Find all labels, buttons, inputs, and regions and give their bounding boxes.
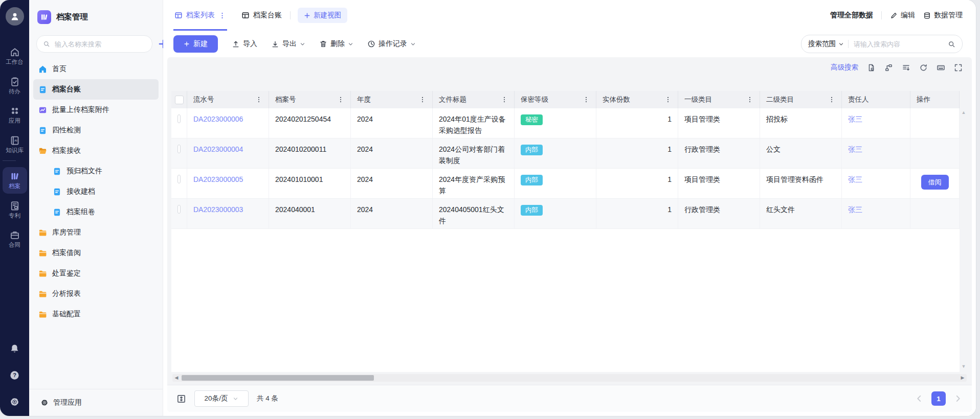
column-menu-icon[interactable] <box>746 96 753 103</box>
sidebar-item-档案台账[interactable]: 档案台账 <box>33 79 159 100</box>
sidebar-item-label: 档案借阅 <box>52 248 81 258</box>
expand-icon[interactable] <box>954 63 963 72</box>
rail-item-工作台[interactable]: 工作台 <box>3 43 27 69</box>
sidebar-item-批量上传档案附件[interactable]: 批量上传档案附件 <box>33 100 159 120</box>
sidebar-search-input[interactable] <box>54 40 146 49</box>
tab-archive-ledger[interactable]: 档案台账 <box>240 0 283 31</box>
import-button[interactable]: 导入 <box>232 39 257 49</box>
owner-link[interactable]: 张三 <box>848 205 862 214</box>
sidebar-item-四性检测[interactable]: 四性检测 <box>33 120 159 141</box>
serial-link[interactable]: DA2023000005 <box>193 175 243 183</box>
column-header-流水号[interactable]: 流水号 <box>187 91 269 108</box>
column-header-责任人[interactable]: 责任人 <box>842 91 910 108</box>
owner-link[interactable]: 张三 <box>848 175 862 183</box>
column-menu-icon[interactable] <box>337 96 344 103</box>
archive-icon <box>10 171 20 181</box>
column-header-年度[interactable]: 年度 <box>351 91 433 108</box>
avatar[interactable] <box>6 7 24 26</box>
sidebar-item-档案组卷[interactable]: 档案组卷 <box>33 202 159 222</box>
column-menu-icon[interactable] <box>501 96 508 103</box>
header-checkbox-cell[interactable] <box>171 91 187 108</box>
column-menu-icon[interactable] <box>583 96 590 103</box>
horizontal-scrollbar[interactable]: ◀ ▶ <box>172 374 967 382</box>
owner-link[interactable]: 张三 <box>848 115 862 123</box>
column-header-操作[interactable]: 操作 <box>910 91 960 108</box>
column-header-一级类目[interactable]: 一级类目 <box>678 91 760 108</box>
sidebar-item-接收建档[interactable]: 接收建档 <box>33 181 159 202</box>
owner-link[interactable]: 张三 <box>848 145 862 153</box>
manage-all-data-button[interactable]: 管理全部数据 <box>830 11 873 20</box>
help-button[interactable]: ? <box>6 366 24 384</box>
operation-log-button[interactable]: 操作记录 <box>367 39 416 49</box>
scroll-up-arrow[interactable]: ▲ <box>962 110 966 115</box>
page-size-select[interactable]: 20条/页 <box>194 390 249 407</box>
sidebar-item-档案借阅[interactable]: 档案借阅 <box>33 243 159 263</box>
gear-button[interactable] <box>6 392 24 411</box>
export-button[interactable]: 导出 <box>271 39 305 49</box>
column-menu-icon[interactable] <box>828 96 835 103</box>
rail-item-专利[interactable]: 专利 <box>3 197 27 223</box>
sidebar-item-库房管理[interactable]: 库房管理 <box>33 222 159 243</box>
prev-page-button[interactable] <box>915 394 924 403</box>
serial-link[interactable]: DA2023000003 <box>193 205 243 214</box>
borrow-button[interactable]: 借阅 <box>921 175 949 190</box>
serial-link[interactable]: DA2023000006 <box>193 115 243 123</box>
sidebar-item-预归档文件[interactable]: 预归档文件 <box>33 161 159 181</box>
cell-year: 2024 <box>351 108 433 138</box>
table-header-row: 流水号档案号年度文件标题保密等级实体份数一级类目二级类目责任人操作 <box>171 91 960 108</box>
rail-item-label: 知识库 <box>6 148 24 154</box>
refresh-icon[interactable] <box>919 63 928 72</box>
scroll-right-arrow[interactable]: ▶ <box>959 376 967 380</box>
keyboard-icon[interactable] <box>937 63 945 72</box>
row-checkbox[interactable] <box>177 205 181 214</box>
bell-button[interactable] <box>6 339 24 358</box>
advanced-search-link[interactable]: 高级搜索 <box>831 63 858 72</box>
rail-item-档案[interactable]: 档案 <box>3 167 27 194</box>
row-height-icon[interactable] <box>176 394 186 404</box>
serial-link[interactable]: DA2023000004 <box>193 145 243 153</box>
column-menu-icon[interactable] <box>664 96 672 103</box>
sidebar-item-基础配置[interactable]: 基础配置 <box>33 304 159 324</box>
vertical-scrollbar[interactable]: ▲ ▼ <box>960 91 968 372</box>
sidebar-item-处置鉴定[interactable]: 处置鉴定 <box>33 263 159 284</box>
column-menu-icon[interactable] <box>419 96 426 103</box>
select-all-checkbox[interactable] <box>175 96 184 104</box>
scroll-left-arrow[interactable]: ◀ <box>172 376 181 380</box>
sidebar-item-分析报表[interactable]: 分析报表 <box>33 284 159 304</box>
delete-button[interactable]: 删除 <box>319 39 353 49</box>
horizontal-scroll-thumb[interactable] <box>182 375 374 381</box>
rail-item-应用[interactable]: 应用 <box>3 102 27 128</box>
row-checkbox[interactable] <box>177 114 181 123</box>
doc-eye-icon[interactable] <box>867 63 876 72</box>
new-button[interactable]: 新建 <box>173 35 218 53</box>
sidebar-search[interactable] <box>36 35 152 53</box>
column-header-保密等级[interactable]: 保密等级 <box>515 91 596 108</box>
rail-item-待办[interactable]: 待办 <box>3 73 27 99</box>
row-checkbox[interactable] <box>177 175 181 183</box>
rows-arrow-icon[interactable] <box>902 63 910 72</box>
column-header-实体份数[interactable]: 实体份数 <box>596 91 678 108</box>
tab-archive-list[interactable]: 档案列表 <box>173 0 227 31</box>
search-scope-dropdown[interactable]: 搜索范围 <box>808 39 844 49</box>
column-header-二级类目[interactable]: 二级类目 <box>760 91 842 108</box>
flow-icon[interactable] <box>884 63 893 72</box>
sidebar-item-档案接收[interactable]: 档案接收 <box>33 141 159 161</box>
rail-item-合同[interactable]: 合同 <box>3 226 27 252</box>
data-manage-button[interactable]: 数据管理 <box>923 11 963 20</box>
column-header-文件标题[interactable]: 文件标题 <box>433 91 515 108</box>
search-icon[interactable] <box>948 40 955 48</box>
row-checkbox[interactable] <box>177 145 181 153</box>
sidebar-item-首页[interactable]: 首页 <box>33 59 159 79</box>
actions-separator <box>881 11 882 19</box>
page-1-button[interactable]: 1 <box>931 391 946 406</box>
scroll-down-arrow[interactable]: ▼ <box>962 364 966 369</box>
sidebar-footer-manage-apps[interactable]: 管理应用 <box>29 389 163 416</box>
edit-button[interactable]: 编辑 <box>890 11 915 20</box>
tab-kebab-icon[interactable] <box>218 12 226 19</box>
column-header-档案号[interactable]: 档案号 <box>269 91 351 108</box>
table-search-input[interactable] <box>853 40 944 49</box>
rail-item-知识库[interactable]: AI知识库 <box>3 131 27 158</box>
column-menu-icon[interactable] <box>255 96 262 103</box>
new-view-button[interactable]: 新建视图 <box>298 8 347 23</box>
next-page-button[interactable] <box>953 394 963 403</box>
